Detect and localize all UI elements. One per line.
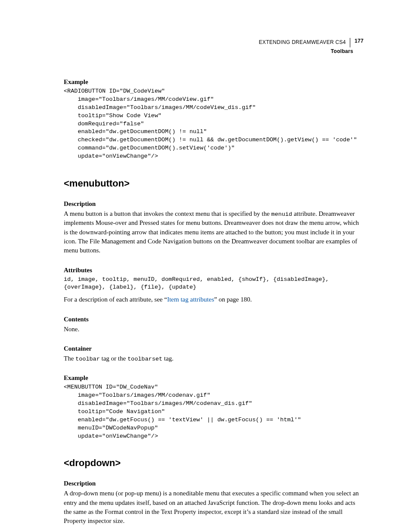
toolbarset-code: toolbarset <box>128 356 162 362</box>
container-label: Container <box>64 345 364 352</box>
dropdown-description: A drop-down menu (or pop-up menu) is a n… <box>64 489 364 526</box>
contents-label: Contents <box>64 316 364 323</box>
page-header: EXTENDING DREAMWEAVER CS4 177 Toolbars <box>64 38 364 54</box>
header-separator <box>350 38 350 47</box>
attributes-code: id, image, tooltip, menuID, domRequired,… <box>64 276 364 292</box>
example-code-block: <RADIOBUTTON ID="DW_CodeView" image="Too… <box>64 87 364 161</box>
dropdown-heading: <dropdown> <box>64 457 364 469</box>
toolbar-code: toolbar <box>75 356 100 362</box>
container-text: The toolbar tag or the toolbarset tag. <box>64 354 364 363</box>
menubutton-description: A menu button is a button that invokes t… <box>64 209 364 255</box>
attrs-desc-pre: For a description of each attribute, see… <box>64 296 167 303</box>
page-content: EXTENDING DREAMWEAVER CS4 177 Toolbars E… <box>0 0 411 532</box>
container-mid: tag or the <box>100 355 128 362</box>
container-post: tag. <box>162 355 174 362</box>
dropdown-description-label: Description <box>64 480 364 487</box>
attributes-label: Attributes <box>64 267 364 274</box>
menubutton-heading: <menubutton> <box>64 178 364 189</box>
attributes-description: For a description of each attribute, see… <box>64 295 364 304</box>
menuid-code: menuid <box>271 211 293 218</box>
desc-text-pre: A menu button is a button that invokes t… <box>64 210 271 217</box>
section-name: Toolbars <box>64 48 364 54</box>
menubutton-example-code: <MENUBUTTON ID="DW_CodeNav" image="Toolb… <box>64 383 364 440</box>
page-number: 177 <box>355 38 364 44</box>
attrs-desc-post: ” on page 180. <box>214 296 252 303</box>
description-label: Description <box>64 200 364 208</box>
example-label: Example <box>64 78 364 86</box>
doc-title: EXTENDING DREAMWEAVER CS4 <box>259 39 346 45</box>
container-pre: The <box>64 355 75 362</box>
item-tag-attributes-link[interactable]: Item tag attributes <box>167 296 214 303</box>
contents-text: None. <box>64 325 364 334</box>
menubutton-example-label: Example <box>64 374 364 382</box>
